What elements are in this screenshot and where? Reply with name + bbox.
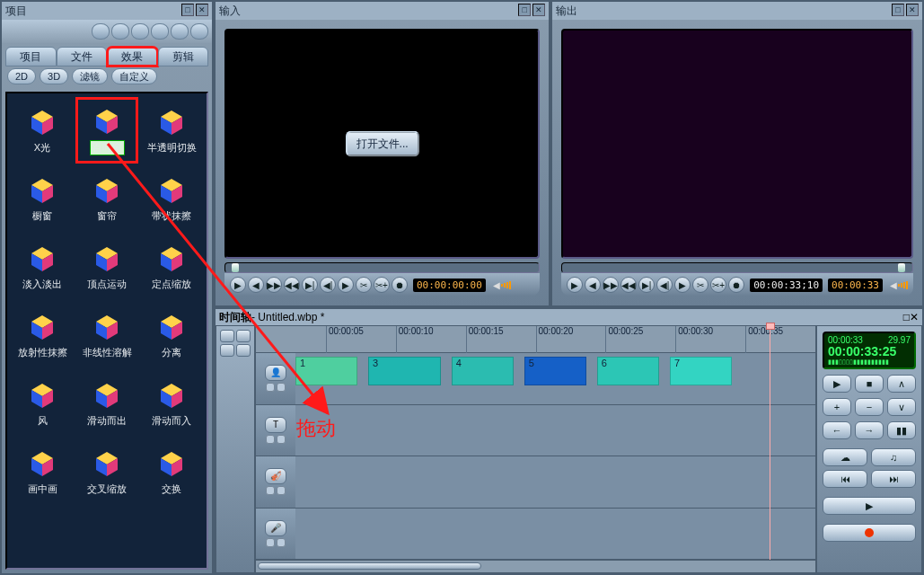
effect-item[interactable]: 定点缩放 [142,235,201,298]
effect-item[interactable]: 半透明切换 [142,99,201,162]
transport-btn-4[interactable]: ▶| [638,277,655,293]
audio2-track-body[interactable] [295,509,815,560]
close-icon[interactable]: ✕ [532,4,545,16]
transport-btn-1[interactable]: ◀ [585,277,601,293]
timeline-hscroll[interactable] [256,560,815,572]
transport-btn-3[interactable]: ◀◀ [620,277,637,293]
close-icon[interactable]: ✕ [910,311,919,323]
lock-icon[interactable] [266,486,275,495]
clip[interactable]: 1 [295,357,357,385]
clip[interactable]: 4 [452,357,514,385]
pad-btn[interactable]: − [855,398,884,416]
tab-0[interactable]: 项目 [5,47,57,66]
audio1-track-body[interactable] [295,456,815,508]
clip[interactable]: 3 [368,357,441,385]
pin-icon[interactable]: □ [518,4,531,16]
effect-item[interactable]: 橱窗 [13,167,72,230]
effect-item[interactable]: 淡入淡出 [13,235,72,298]
output-scrub[interactable] [561,262,913,273]
effect-item[interactable]: 交换 [142,440,201,503]
transport-btn-3[interactable]: ◀◀ [284,277,300,293]
input-screen[interactable]: 打开文件... [224,29,540,259]
transport-btn-6[interactable]: ▶ [674,277,691,293]
pin-icon[interactable]: □ [181,4,194,16]
effect-item[interactable]: 交叉缩放 [77,440,136,503]
transport-btn-8[interactable]: ✂+ [374,277,390,293]
lock-icon[interactable] [266,435,275,444]
open-file-button[interactable]: 打开文件... [346,131,419,157]
playhead[interactable] [770,326,770,572]
tl-tool[interactable] [236,344,251,357]
tl-tool[interactable] [236,330,251,342]
clip[interactable]: 7 [670,357,732,385]
effect-item[interactable]: 画中画 [13,440,72,503]
filter-1[interactable]: 3D [40,68,68,84]
transport-btn-7[interactable]: ✂ [692,277,708,293]
sidebar-tool-5[interactable] [171,23,189,40]
pad-btn[interactable]: ☁ [823,448,867,466]
effect-item[interactable]: 滑动而出 [77,372,136,435]
tab-3[interactable]: 剪辑 [158,47,209,66]
transport-btn-4[interactable]: ▶| [302,277,318,293]
visibility-icon[interactable] [277,538,286,547]
pad-btn[interactable]: ⏮ [823,470,867,488]
pin-icon[interactable]: □ [903,311,910,323]
pad-btn[interactable]: ∨ [887,398,916,416]
transport-btn-6[interactable]: ▶ [338,277,354,293]
visibility-icon[interactable] [277,435,286,444]
transport-btn-2[interactable]: ▶▶ [603,277,619,293]
transport-btn-2[interactable]: ▶▶ [266,277,282,293]
effect-item[interactable]: 百叶窗 [77,99,136,162]
pad-btn[interactable]: ♫ [871,448,916,466]
effect-item[interactable]: 顶点运动 [77,235,136,298]
volume-icon[interactable]: ◀ [890,280,908,290]
record-button[interactable] [823,524,916,542]
effect-item[interactable]: 放射性抹擦 [13,304,72,367]
play-button[interactable]: ▶ [823,497,916,515]
sidebar-tool-4[interactable] [151,23,169,40]
effect-item[interactable]: 分离 [142,304,201,367]
effect-item[interactable]: 窗帘 [77,167,136,230]
pad-btn[interactable]: ∧ [887,375,916,393]
pad-btn[interactable]: ■ [855,375,884,393]
transport-btn-9[interactable]: ⏺ [392,277,408,293]
pin-icon[interactable]: □ [892,4,904,16]
lock-icon[interactable] [266,383,275,392]
scrub-thumb[interactable] [232,263,239,272]
effect-item[interactable]: 非线性溶解 [77,304,136,367]
filter-3[interactable]: 自定义 [111,68,157,84]
mic-track-icon[interactable]: 🎤 [265,520,286,536]
clip[interactable]: 6 [597,357,659,385]
tl-tool[interactable] [220,344,234,357]
close-icon[interactable]: ✕ [906,4,919,16]
pad-btn[interactable]: + [823,398,851,416]
close-icon[interactable]: ✕ [196,4,208,16]
transport-btn-0[interactable]: ▶ [567,277,583,293]
visibility-icon[interactable] [277,383,286,392]
pad-btn[interactable]: ▶ [823,375,851,393]
transport-btn-0[interactable]: ▶ [230,277,246,293]
timeline-ruler[interactable]: 00:00:0500:00:1000:00:1500:00:2000:00:25… [256,326,815,353]
effect-item[interactable]: 风 [13,372,72,435]
audio-track-icon[interactable]: 🎻 [265,468,286,484]
transport-btn-5[interactable]: ◀| [656,277,673,293]
tl-tool[interactable] [220,330,234,342]
visibility-icon[interactable] [277,486,286,495]
effect-item[interactable]: 滑动而入 [142,372,201,435]
output-screen[interactable] [561,29,913,259]
sidebar-tool-1[interactable] [92,23,110,40]
lock-icon[interactable] [266,538,275,547]
video-track-body[interactable]: 134567 [295,353,815,404]
filter-0[interactable]: 2D [7,68,36,84]
input-scrub[interactable] [224,262,540,273]
transport-btn-8[interactable]: ✂+ [710,277,726,293]
text-track-body[interactable] [295,405,815,456]
scrub-thumb[interactable] [898,263,905,272]
volume-icon[interactable]: ◀ [493,280,511,290]
pad-btn[interactable]: ▮▮ [887,421,916,439]
sidebar-tool-2[interactable] [111,23,129,40]
pad-btn[interactable]: → [855,421,884,439]
effect-item[interactable]: 带状抹擦 [142,167,201,230]
filter-2[interactable]: 滤镜 [72,68,108,84]
tab-1[interactable]: 文件 [57,47,108,66]
